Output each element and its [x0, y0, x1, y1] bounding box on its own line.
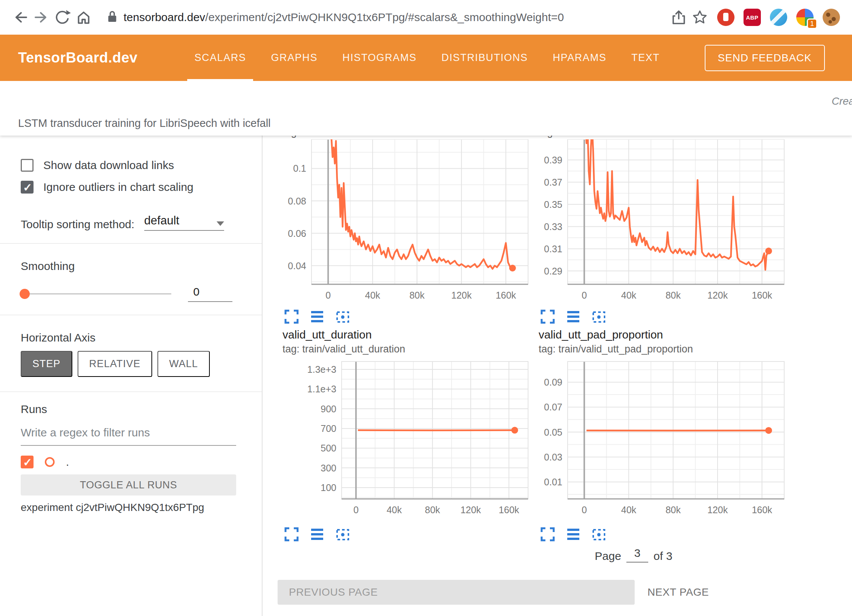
svg-text:0.05: 0.05: [544, 427, 562, 438]
axis-wall-button[interactable]: WALL: [157, 351, 210, 377]
app-logo[interactable]: TensorBoard.dev: [18, 50, 137, 66]
scalar-chart[interactable]: 0.010.030.050.070.09040k80k120k160k: [524, 357, 788, 525]
svg-text:0.08: 0.08: [288, 196, 306, 206]
view-data-icon[interactable]: [310, 527, 325, 542]
svg-text:120k: 120k: [707, 505, 728, 515]
profile-avatar-icon[interactable]: 1: [796, 9, 814, 26]
show-download-links-checkbox[interactable]: [21, 159, 34, 172]
expand-chart-icon[interactable]: [540, 309, 555, 324]
blue-extension-icon[interactable]: [770, 9, 787, 26]
view-data-icon[interactable]: [566, 527, 581, 542]
tooltip-sorting-select[interactable]: default: [144, 214, 224, 231]
toggle-all-runs-button[interactable]: TOGGLE ALL RUNS: [21, 474, 236, 496]
svg-text:0.29: 0.29: [544, 266, 562, 276]
smoothing-slider[interactable]: [21, 293, 171, 294]
svg-text:0: 0: [353, 505, 359, 515]
abp-icon[interactable]: ABP: [744, 9, 761, 26]
reload-icon[interactable]: [52, 7, 73, 28]
scalar-chart[interactable]: 1003005007009001.1e+31.3e+3040k80k120k16…: [268, 357, 532, 525]
tab-histograms[interactable]: HISTOGRAMS: [330, 35, 429, 81]
previous-page-button[interactable]: PREVIOUS PAGE: [278, 580, 635, 605]
svg-text:0.1: 0.1: [293, 163, 306, 174]
page-number-input[interactable]: [626, 547, 648, 563]
tooltip-sorting-value: default: [144, 214, 179, 227]
run-color-swatch[interactable]: [45, 457, 55, 467]
scalar-chart[interactable]: 0.040.060.080.1040k80k120k160k: [268, 139, 532, 307]
svg-text:0.06: 0.06: [288, 228, 306, 239]
scalar-chart[interactable]: 0.290.310.330.350.370.39040k80k120k160k: [524, 139, 788, 307]
tab-scalars[interactable]: SCALARS: [182, 35, 258, 81]
cookie-icon[interactable]: [823, 9, 840, 26]
svg-text:0.01: 0.01: [544, 477, 562, 487]
runs-filter-input[interactable]: [21, 426, 236, 446]
axis-step-button[interactable]: STEP: [21, 351, 72, 377]
page-label: Page: [595, 550, 621, 563]
svg-text:0.39: 0.39: [544, 155, 562, 165]
svg-text:0.35: 0.35: [544, 199, 562, 210]
pagination: Page of 3: [595, 547, 672, 563]
svg-text:80k: 80k: [425, 505, 440, 515]
tab-graphs[interactable]: GRAPHS: [258, 35, 330, 81]
expand-chart-icon[interactable]: [284, 309, 299, 324]
fit-domain-icon[interactable]: [335, 527, 350, 542]
svg-text:1.3e+3: 1.3e+3: [307, 364, 336, 375]
fit-domain-icon[interactable]: [591, 527, 606, 542]
axis-relative-button[interactable]: RELATIVE: [78, 351, 153, 377]
svg-text:100: 100: [321, 482, 336, 493]
adblock-icon[interactable]: [717, 9, 734, 26]
chart-tag-clipped: tag: train/: [524, 136, 788, 139]
svg-text:0.31: 0.31: [544, 244, 562, 254]
send-feedback-button[interactable]: SEND FEEDBACK: [705, 45, 825, 71]
chart-toolbar: [524, 527, 788, 542]
chart-card-top-right: tag: train/ 0.290.310.330.350.370.39040k…: [524, 136, 788, 324]
smoothing-slider-thumb[interactable]: [20, 289, 30, 299]
svg-text:80k: 80k: [666, 290, 681, 300]
fit-domain-icon[interactable]: [335, 309, 350, 324]
toggle-all-runs-row: TOGGLE ALL RUNS: [21, 474, 247, 496]
bookmark-star-icon[interactable]: [689, 7, 710, 28]
app-header: TensorBoard.dev SCALARS GRAPHS HISTOGRAM…: [0, 35, 852, 81]
browser-toolbar: tensorboard.dev/experiment/cj2vtPiwQHKN9…: [0, 0, 852, 35]
svg-text:900: 900: [321, 404, 336, 414]
svg-text:700: 700: [321, 423, 336, 434]
run-name: .: [66, 456, 69, 468]
lock-icon: [107, 10, 118, 25]
experiment-id-label: experiment cj2vtPiwQHKN9Q1tx6PTpg: [21, 502, 247, 514]
smoothing-value-input[interactable]: 0: [188, 285, 232, 302]
divider: [0, 392, 262, 392]
svg-text:40k: 40k: [621, 290, 637, 300]
runs-filter-row: [21, 426, 247, 446]
share-icon[interactable]: [668, 7, 689, 28]
next-page-button[interactable]: NEXT PAGE: [647, 580, 709, 605]
home-icon[interactable]: [73, 7, 94, 28]
expand-chart-icon[interactable]: [540, 527, 555, 542]
tooltip-sorting-row: Tooltip sorting method: default: [21, 214, 247, 231]
tab-text[interactable]: TEXT: [619, 35, 672, 81]
fit-domain-icon[interactable]: [591, 309, 606, 324]
ignore-outliers-checkbox[interactable]: [21, 181, 34, 194]
tab-hparams[interactable]: HPARAMS: [540, 35, 619, 81]
chart-tag: tag: train/valid_utt_pad_proportion: [524, 343, 788, 357]
svg-text:500: 500: [321, 443, 336, 453]
chart-title: valid_utt_pad_proportion: [524, 328, 788, 343]
ignore-outliers-row: Ignore outliers in chart scaling: [21, 181, 247, 194]
run-checkbox[interactable]: [21, 456, 34, 468]
svg-text:0.09: 0.09: [544, 377, 562, 387]
smoothing-slider-row: 0: [21, 285, 247, 302]
back-icon[interactable]: [10, 7, 31, 28]
extensions-cluster: ABP 1: [717, 9, 840, 26]
forward-icon[interactable]: [31, 7, 52, 28]
chart-card-valid-utt-pad-proportion: valid_utt_pad_proportion tag: train/vali…: [524, 328, 788, 542]
tab-distributions[interactable]: DISTRIBUTIONS: [429, 35, 540, 81]
svg-text:0.33: 0.33: [544, 221, 562, 232]
svg-text:40k: 40k: [621, 505, 637, 515]
address-bar[interactable]: tensorboard.dev/experiment/cj2vtPiwQHKN9…: [107, 10, 668, 25]
view-data-icon[interactable]: [310, 309, 325, 324]
svg-text:0.37: 0.37: [544, 177, 562, 188]
chart-toolbar: [268, 309, 532, 324]
smoothing-label: Smoothing: [21, 260, 247, 273]
svg-text:120k: 120k: [707, 290, 728, 300]
expand-chart-icon[interactable]: [284, 527, 299, 542]
chart-toolbar: [268, 527, 532, 542]
view-data-icon[interactable]: [566, 309, 581, 324]
